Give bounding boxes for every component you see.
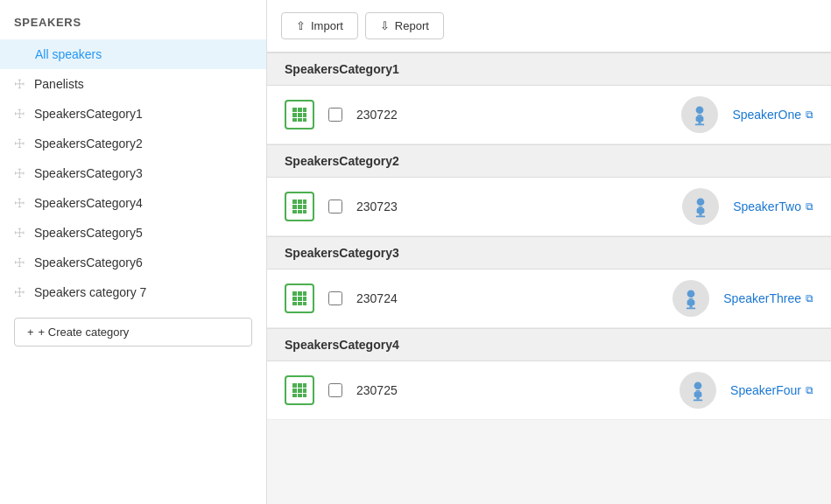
sidebar-item-cat5[interactable]: ☩SpeakersCategory5 [0, 218, 266, 248]
svg-rect-6 [292, 118, 297, 122]
speaker-id: 230725 [356, 383, 409, 397]
svg-rect-22 [303, 210, 306, 214]
grid-view-button[interactable] [285, 375, 314, 405]
svg-rect-34 [292, 302, 297, 305]
drag-handle-icon: ☩ [14, 77, 25, 91]
svg-rect-35 [298, 302, 302, 305]
svg-rect-2 [303, 108, 306, 112]
sidebar-item-cat7[interactable]: ☩Speakers category 7 [0, 277, 266, 307]
speaker-id: 230722 [356, 108, 409, 122]
svg-rect-29 [298, 291, 302, 296]
svg-rect-47 [303, 388, 306, 393]
svg-rect-44 [303, 383, 306, 388]
plus-icon: + [27, 326, 34, 339]
svg-point-51 [694, 382, 702, 389]
speaker-checkbox[interactable] [328, 291, 342, 305]
svg-rect-38 [689, 298, 694, 300]
drag-handle-icon: ☩ [14, 166, 25, 180]
sidebar-item-panelists[interactable]: ☩Panelists [0, 69, 266, 99]
svg-rect-7 [298, 118, 302, 122]
svg-rect-24 [699, 206, 703, 208]
avatar [680, 372, 716, 409]
svg-rect-41 [687, 308, 696, 310]
sidebar-item-label: Speakers category 7 [34, 285, 146, 299]
svg-rect-43 [298, 383, 302, 388]
svg-rect-10 [698, 115, 702, 116]
speaker-checkbox[interactable] [328, 108, 342, 122]
avatar [681, 96, 718, 133]
speaker-name-link[interactable]: SpeakerOne ⧉ [732, 108, 813, 122]
speakers-content-area: SpeakersCategory1 230722 SpeakerOne ⧉Spe… [267, 52, 831, 504]
grid-view-button[interactable] [285, 100, 314, 130]
report-button[interactable]: ⇩ Report [365, 12, 444, 39]
svg-rect-0 [292, 108, 297, 112]
report-icon: ⇩ [380, 19, 390, 32]
svg-rect-26 [699, 214, 702, 216]
sidebar-item-cat6[interactable]: ☩SpeakersCategory6 [0, 248, 266, 277]
svg-rect-4 [298, 113, 302, 117]
report-label: Report [395, 19, 429, 32]
sidebar-item-label: SpeakersCategory2 [34, 136, 143, 150]
category-header-0: SpeakersCategory1 [267, 52, 831, 86]
avatar [682, 188, 719, 225]
svg-point-23 [697, 198, 705, 206]
svg-rect-55 [694, 400, 703, 402]
svg-rect-42 [292, 383, 297, 388]
drag-handle-icon: ☩ [14, 196, 25, 210]
svg-rect-20 [292, 210, 297, 214]
speaker-checkbox[interactable] [328, 383, 342, 397]
svg-rect-13 [695, 124, 705, 126]
sidebar-item-label: All speakers [35, 47, 102, 61]
svg-rect-33 [303, 297, 306, 301]
svg-rect-28 [292, 291, 297, 296]
external-link-icon: ⧉ [806, 384, 813, 396]
sidebar-item-label: SpeakersCategory6 [34, 256, 143, 270]
svg-rect-32 [298, 297, 302, 301]
sidebar-item-cat3[interactable]: ☩SpeakersCategory3 [0, 158, 266, 188]
svg-rect-49 [298, 394, 302, 397]
category-header-1: SpeakersCategory2 [267, 144, 831, 178]
svg-rect-16 [303, 200, 306, 204]
sidebar-item-cat1[interactable]: ☩SpeakersCategory1 [0, 99, 266, 129]
svg-rect-52 [695, 390, 700, 392]
create-category-label: + Create category [39, 326, 130, 339]
drag-handle-icon: ☩ [14, 136, 25, 150]
svg-rect-12 [699, 122, 702, 124]
svg-point-37 [687, 290, 695, 298]
speaker-id: 230724 [356, 291, 409, 305]
grid-view-button[interactable] [285, 192, 314, 221]
speaker-name-link[interactable]: SpeakerThree ⧉ [723, 291, 813, 305]
table-row: 230723 SpeakerTwo ⧉ [267, 178, 831, 236]
create-category-button[interactable]: + + Create category [14, 318, 252, 346]
drag-handle-icon: ☩ [14, 226, 25, 240]
svg-rect-40 [690, 305, 694, 308]
sidebar-item-cat2[interactable]: ☩SpeakersCategory2 [0, 129, 266, 158]
speaker-checkbox[interactable] [328, 200, 342, 214]
svg-rect-3 [292, 113, 297, 117]
svg-rect-21 [298, 210, 302, 214]
svg-rect-8 [303, 118, 306, 122]
category-header-2: SpeakersCategory3 [267, 236, 831, 270]
external-link-icon: ⧉ [806, 108, 813, 121]
sidebar-item-label: SpeakersCategory1 [34, 107, 143, 121]
svg-rect-11 [696, 116, 704, 122]
drag-handle-icon: ☩ [14, 285, 25, 299]
sidebar-items-list: All speakers☩Panelists☩SpeakersCategory1… [0, 39, 266, 307]
svg-rect-5 [303, 113, 306, 117]
svg-rect-1 [298, 108, 302, 112]
svg-rect-36 [303, 302, 306, 305]
svg-point-9 [696, 106, 704, 114]
table-row: 230724 SpeakerThree ⧉ [267, 270, 831, 328]
import-label: Import [311, 19, 343, 32]
sidebar-item-all-speakers[interactable]: All speakers [0, 39, 266, 69]
sidebar-item-label: SpeakersCategory4 [34, 196, 143, 210]
grid-view-button[interactable] [285, 284, 314, 313]
svg-rect-18 [298, 205, 302, 209]
sidebar-item-label: SpeakersCategory3 [34, 166, 143, 180]
sidebar-item-cat4[interactable]: ☩SpeakersCategory4 [0, 188, 266, 218]
svg-rect-31 [292, 297, 297, 301]
svg-rect-50 [303, 394, 306, 397]
speaker-name-link[interactable]: SpeakerFour ⧉ [730, 383, 813, 397]
speaker-name-link[interactable]: SpeakerTwo ⧉ [733, 200, 813, 214]
import-button[interactable]: ⇧ Import [281, 12, 358, 39]
